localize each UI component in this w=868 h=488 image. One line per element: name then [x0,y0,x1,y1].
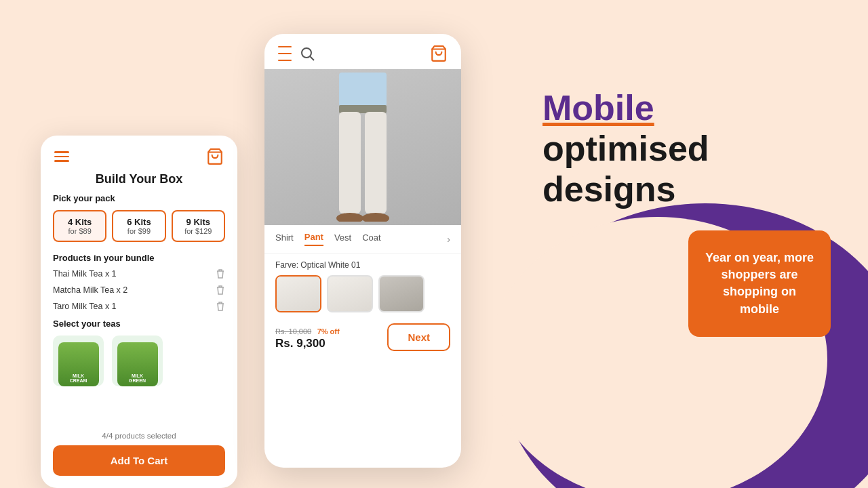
bundle-item-2: Matcha Milk Tea x 2 [53,285,225,296]
tab-vest[interactable]: Vest [334,232,351,245]
color-thumbnails [275,275,450,312]
kit-option-9[interactable]: 9 Kits for $129 [172,210,225,242]
kit-9-count: 9 Kits [176,217,221,227]
right-phone-header [264,34,461,69]
kit-4-count: 4 Kits [57,217,102,227]
kit-4-price: for $89 [57,227,102,235]
tea-label-2: MILKGREEN [129,373,146,384]
tea-thumb-2[interactable]: MILKGREEN [112,336,163,386]
kit-9-price: for $129 [176,227,221,235]
main-headline: Mobile optimised designs [542,88,827,209]
right-phone-mockup: Shirt Pant Vest Coat › Farve: Optical Wh… [264,34,461,468]
price-current: Rs. 9,300 [275,337,340,350]
color-swatch-2[interactable] [327,275,373,312]
svg-rect-7 [365,112,387,214]
price-line: Rs. 10,000 7% off [275,325,340,337]
category-tabs: Shirt Pant Vest Coat › [264,225,461,253]
kit-6-count: 6 Kits [116,217,161,227]
select-teas-label: Select your teas [53,319,225,329]
product-image [264,69,461,225]
tea-label-1: MILKCREAM [70,373,87,384]
color-swatch-1-inner [277,277,320,311]
kit-option-6[interactable]: 6 Kits for $99 [112,210,165,242]
trash-icon-2[interactable] [216,285,225,296]
left-phone-title: Build Your Box [41,172,237,193]
pick-pack-label: Pick your pack [53,193,225,203]
tea-thumb-1-inner: MILKCREAM [58,342,99,386]
tab-coat[interactable]: Coat [362,232,380,245]
svg-rect-6 [339,112,361,214]
header-left-icons [278,45,315,62]
bundle-item-3-text: Taro Milk Tea x 1 [53,302,117,311]
cart-icon[interactable] [206,148,224,165]
products-selected-text: 4/4 products selected [53,432,225,440]
left-phone-header [41,136,237,172]
orange-card-text: Year on year, more shoppers are shopping… [702,249,817,318]
color-section: Farve: Optical White 01 [264,253,461,317]
svg-point-9 [362,213,389,222]
hamburger-icon[interactable] [54,151,69,162]
chevron-right-icon[interactable]: › [447,234,450,245]
trash-icon-1[interactable] [216,268,225,279]
kit-6-price: for $99 [116,227,161,235]
price-discount-badge: 7% off [317,327,340,336]
tab-shirt[interactable]: Shirt [275,232,294,245]
svg-point-1 [302,48,311,58]
trash-icon-3[interactable] [216,301,225,312]
bundle-item-2-text: Matcha Milk Tea x 2 [53,285,127,295]
cart-icon-right[interactable] [430,45,448,62]
kit-options: 4 Kits for $89 6 Kits for $99 9 Kits for… [53,210,225,242]
price-original: Rs. 10,000 [275,327,311,336]
color-swatch-2-inner [328,277,372,311]
orange-card: Year on year, more shoppers are shopping… [688,230,831,337]
price-section: Rs. 10,000 7% off Rs. 9,300 Next [264,317,461,358]
hamburger-icon-right[interactable] [278,45,292,62]
svg-rect-4 [339,73,387,106]
headline-mobile-word: Mobile [542,88,654,127]
tea-thumbnails: MILKCREAM MILKGREEN [53,336,225,386]
bundle-label: Products in your bundle [53,253,225,263]
pants-illustration [322,73,403,222]
bundle-item-3: Taro Milk Tea x 1 [53,301,225,312]
headline-rest: optimised designs [542,129,709,209]
left-phone-footer: 4/4 products selected Add To Cart [41,425,237,488]
bundle-item-1: Thai Milk Tea x 1 [53,268,225,279]
left-phone-mockup: Build Your Box Pick your pack 4 Kits for… [41,136,237,488]
left-phone-body: Pick your pack 4 Kits for $89 6 Kits for… [41,193,237,425]
tea-thumb-2-inner: MILKGREEN [117,342,158,386]
tea-thumb-1[interactable]: MILKCREAM [53,336,104,386]
color-label: Farve: Optical White 01 [275,260,450,270]
text-section: Mobile optimised designs [542,88,827,209]
next-button[interactable]: Next [387,323,450,351]
color-swatch-1[interactable] [275,275,321,312]
tab-pant[interactable]: Pant [304,232,323,246]
price-info: Rs. 10,000 7% off Rs. 9,300 [275,325,340,350]
svg-line-2 [310,56,314,60]
add-to-cart-button[interactable]: Add To Cart [53,445,225,476]
search-icon[interactable] [300,46,315,61]
bundle-item-1-text: Thai Milk Tea x 1 [53,269,117,279]
svg-point-8 [336,213,363,222]
color-swatch-3[interactable] [378,275,425,312]
color-swatch-3-inner [380,277,423,311]
product-image-area [264,69,461,225]
kit-option-4[interactable]: 4 Kits for $89 [53,210,106,242]
